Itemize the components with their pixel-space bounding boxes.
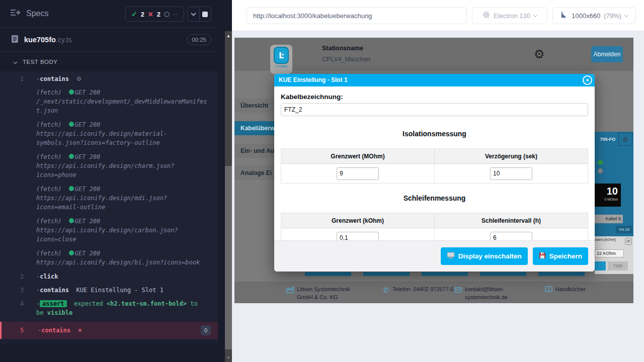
modal-titlebar: KUE Einstellung - Slot 1 — [274, 74, 595, 86]
command-log: 1 -contains ⚙ (fetch)GET 200 /_next/stat… — [0, 71, 218, 341]
status-dot-icon — [69, 250, 74, 255]
nav-item-ein-und-ausgaenge[interactable]: Ein- und Au — [234, 144, 274, 158]
settings-gear-icon[interactable]: ⚙ — [534, 48, 545, 60]
run-stats: ✓ 2 ✕ 2 -- — [125, 7, 184, 22]
fetch-url: https://api.iconify.design/material-symb… — [36, 130, 167, 146]
scroll-up-icon[interactable]: ▲ — [225, 32, 232, 39]
scroll-down-icon[interactable]: ▼ — [225, 354, 232, 361]
aut-panel: Electron 130 1000x660 (79%) Stationsname… — [232, 0, 644, 362]
browser-select[interactable]: Electron 130 — [472, 7, 547, 24]
fetch-request-5[interactable]: (fetch)GET 200 https://api.iconify.desig… — [0, 217, 218, 244]
chevron-down-icon — [533, 13, 537, 17]
stop-icon — [202, 12, 208, 17]
fetch-request-6[interactable]: (fetch)GET 200 https://api.iconify.desig… — [0, 249, 218, 267]
loop-section-title: Schleifenmessung — [281, 194, 588, 202]
fail-x-icon: × — [78, 327, 82, 334]
run-controls — [187, 7, 211, 22]
viewport-size: 1000x660 — [572, 12, 600, 20]
isolation-delay-input[interactable] — [490, 167, 532, 180]
monitor-icon — [447, 252, 455, 260]
measure-button[interactable] — [595, 261, 606, 270]
aut-header: Electron 130 1000x660 (79%) — [232, 0, 644, 31]
stop-button[interactable] — [200, 7, 211, 21]
phone-icon: ✆ — [383, 286, 389, 294]
failed-icon: ✕ — [148, 11, 153, 18]
card-gear-icon[interactable]: ⚙ — [618, 133, 632, 146]
chevron-down-icon — [624, 13, 628, 17]
card-title: 705-FO — [595, 132, 617, 147]
app-footer: Littwin Systemtechnik GmbH & Co. KG ✆ Te… — [234, 282, 633, 303]
firmware-version: V4.19 — [616, 226, 632, 233]
isolation-limit-input[interactable] — [337, 167, 379, 180]
display-on-button[interactable]: Display einschalten — [441, 247, 528, 265]
phone-number: Telefon: 04402 972577-0 — [392, 285, 454, 294]
electron-icon — [482, 11, 490, 20]
isolation-section-title: Isolationsmessung — [281, 130, 588, 138]
assert-badge: assert — [40, 300, 66, 307]
nav-item-uebersicht[interactable]: Übersicht — [234, 99, 274, 113]
fetch-url: https://api.iconify.design/bi.json?icons… — [36, 259, 200, 266]
kue-monitor-card: 705-FO ⚙ 10 0 MOhm Kabel 5 V4.19 stand [… — [595, 132, 633, 274]
lcd-display: 10 0 MOhm — [595, 184, 621, 207]
littwin-logo-icon: Ŀ — [274, 47, 289, 64]
passed-count: 2 — [141, 11, 144, 18]
column-header: Grenzwert (MOhm) — [281, 149, 434, 163]
test-body-section[interactable]: TEST BODY — [0, 52, 218, 71]
command-number: 5 — [2, 326, 28, 335]
floppy-disk-icon — [539, 252, 546, 260]
specs-menu-icon — [10, 9, 20, 19]
factory-icon — [286, 286, 294, 301]
fetch-url: /_next/static/development/_devMiddleware… — [36, 98, 207, 114]
reporter-scrollbar[interactable]: ▲ ▼ — [225, 31, 232, 362]
email-icon — [454, 286, 462, 301]
command-assert[interactable]: 4 -assert expected <h2.text-sm.font-bold… — [0, 299, 218, 317]
spec-file-row[interactable]: kue705fo.cy.ts 00:25 — [0, 28, 218, 52]
ruler-icon — [560, 11, 568, 20]
collapse-button[interactable] — [188, 7, 199, 21]
nav-item-analoge-eingaenge[interactable]: Analoge Ei — [234, 166, 274, 180]
specs-title: Specs — [26, 9, 48, 18]
browser-name: Electron 130 — [494, 12, 530, 20]
command-contains-failed[interactable]: 5 -contains × 0 — [0, 322, 218, 339]
status-dot-icon — [69, 89, 74, 95]
save-button[interactable]: Speichern — [533, 247, 588, 265]
refresh-icon[interactable]: ⟳ — [625, 238, 632, 245]
cable-designation-input[interactable] — [281, 103, 588, 116]
url-input[interactable] — [247, 7, 467, 24]
passed-icon: ✓ — [131, 10, 137, 18]
scrollbar-thumb[interactable] — [225, 166, 232, 349]
logout-button[interactable]: Abmelden — [591, 46, 623, 62]
gear-icon: ⚙ — [76, 75, 82, 82]
station-name: CPLV4_Maschen — [322, 56, 370, 63]
retry-count-badge: 0 — [201, 325, 211, 335]
spec-extension: .cy.ts — [56, 36, 72, 44]
tdr-button[interactable]: TDR — [608, 261, 628, 270]
command-number: 4 — [0, 299, 26, 317]
pending-icon — [164, 12, 170, 17]
fetch-request-3[interactable]: (fetch)GET 200 https://api.iconify.desig… — [0, 152, 218, 179]
company-logo: Ŀ LITTWIN — [270, 45, 292, 74]
nav-item-kabelueberwachung[interactable]: Kabelüberw — [234, 121, 274, 135]
contact-email[interactable]: kontakt@littwin-systemtechnik.de — [465, 285, 515, 301]
command-contains-3[interactable]: 3 -contains KUE Einstellung - Slot 1 — [0, 286, 218, 295]
loop-measure-panel: stand [kOhm] ⟳ 22 KOhm TDR — [595, 236, 633, 274]
loop-value: 22 KOhm — [595, 249, 624, 257]
fetch-url: https://api.iconify.design/charm.json?ic… — [36, 162, 175, 178]
command-contains-1[interactable]: 1 -contains ⚙ — [0, 74, 218, 83]
modal-title: KUE Einstellung - Slot 1 — [279, 76, 348, 83]
specs-list-toggle[interactable] — [10, 9, 20, 19]
manuals-link[interactable]: Handbücher — [555, 285, 586, 294]
command-log-end — [0, 342, 218, 362]
command-argument: KUE Einstellung - Slot 1 — [76, 287, 163, 294]
cable-designation-label: Kabelbezeichnung: — [281, 93, 588, 101]
close-icon[interactable]: × — [583, 75, 592, 85]
command-click[interactable]: 2 -click — [0, 272, 218, 281]
fetch-request-2[interactable]: (fetch)GET 200 https://api.iconify.desig… — [0, 120, 218, 147]
fetch-request-1[interactable]: (fetch)GET 200 /_next/static/development… — [0, 88, 218, 115]
status-green-dot — [598, 160, 603, 165]
status-dot-icon — [69, 186, 74, 191]
viewport-size-select[interactable]: 1000x660 (79%) — [552, 7, 636, 24]
fetch-url: https://api.iconify.design/mdi.json?icon… — [36, 195, 167, 211]
fetch-request-4[interactable]: (fetch)GET 200 https://api.iconify.desig… — [0, 185, 218, 212]
chevron-down-icon — [13, 57, 18, 66]
